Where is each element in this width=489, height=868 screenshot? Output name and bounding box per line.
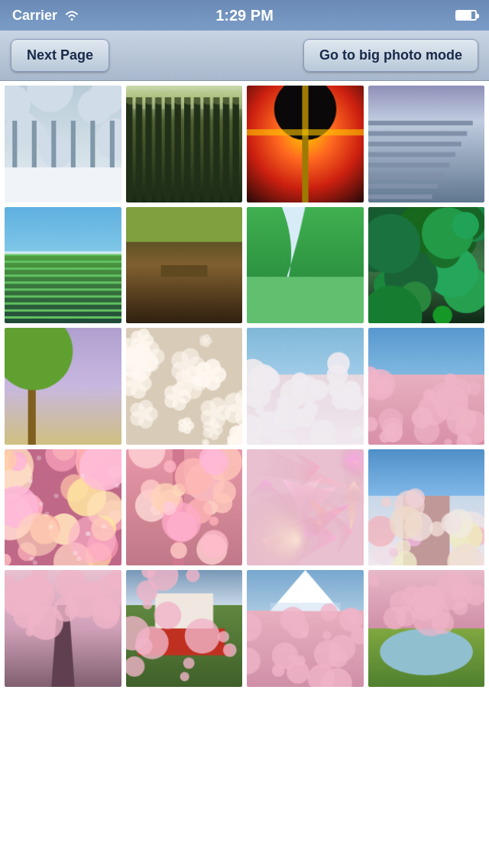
- svg-point-0: [71, 18, 73, 21]
- status-right: [455, 10, 477, 21]
- photo-cell[interactable]: [247, 207, 364, 324]
- photo-cell[interactable]: [247, 86, 364, 202]
- photo-cell[interactable]: [368, 207, 485, 324]
- status-time: 1:29 PM: [215, 7, 274, 24]
- photo-cell[interactable]: [5, 570, 121, 687]
- photo-cell[interactable]: [368, 328, 485, 445]
- status-bar: Carrier 1:29 PM: [0, 0, 489, 31]
- photo-cell[interactable]: [126, 449, 243, 566]
- photo-cell[interactable]: [247, 570, 364, 687]
- status-left: Carrier: [12, 8, 80, 24]
- photo-cell[interactable]: [247, 328, 364, 445]
- photo-cell[interactable]: [368, 449, 485, 566]
- photo-cell[interactable]: [126, 207, 243, 324]
- wifi-icon: [63, 9, 80, 21]
- toolbar: Next Page Go to big photo mode: [0, 31, 489, 81]
- next-page-button[interactable]: Next Page: [11, 39, 109, 72]
- photo-cell[interactable]: [5, 328, 121, 445]
- photo-cell[interactable]: [247, 449, 364, 566]
- carrier-label: Carrier: [12, 8, 57, 24]
- big-photo-mode-button[interactable]: Go to big photo mode: [303, 39, 478, 72]
- photo-cell[interactable]: [5, 207, 121, 324]
- photo-cell[interactable]: [5, 86, 121, 202]
- photo-cell[interactable]: [126, 328, 243, 445]
- battery-icon: [455, 10, 477, 21]
- photo-grid: [0, 81, 489, 691]
- photo-cell[interactable]: [126, 86, 243, 202]
- photo-cell[interactable]: [368, 86, 485, 202]
- photo-cell[interactable]: [126, 570, 243, 687]
- photo-cell[interactable]: [5, 449, 121, 566]
- photo-cell[interactable]: [368, 570, 485, 687]
